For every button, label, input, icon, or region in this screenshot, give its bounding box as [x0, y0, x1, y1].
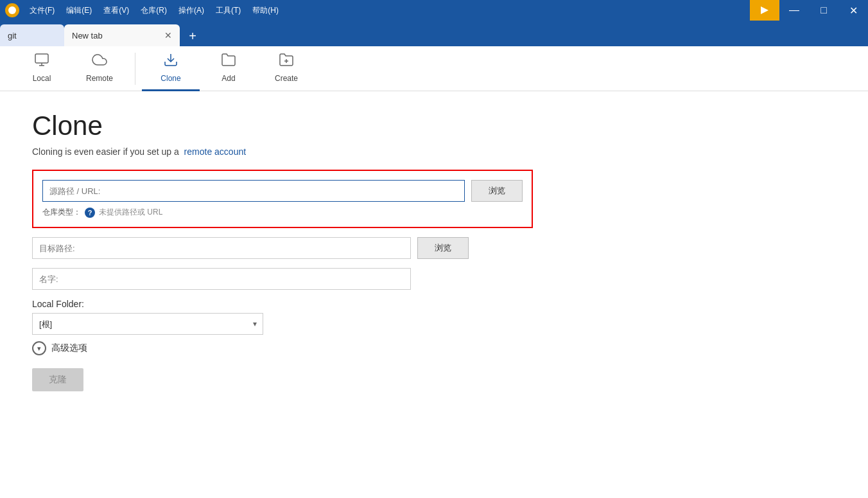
download-icon — [163, 52, 178, 71]
tab-close-icon[interactable]: ✕ — [164, 30, 172, 40]
target-path-row: 浏览 — [32, 237, 836, 259]
toolbar-local[interactable]: Local — [13, 46, 71, 91]
svg-marker-1 — [761, 6, 768, 14]
tab-git[interactable]: git — [0, 24, 64, 46]
tab-git-label: git — [8, 31, 17, 40]
restore-button[interactable]: □ — [809, 0, 838, 21]
monitor-icon — [34, 52, 49, 71]
subtitle-text: Cloning is even easier if you set up a — [32, 147, 179, 157]
toolbar-divider — [135, 53, 135, 85]
tabbar: git New tab ✕ + — [0, 21, 868, 46]
menu-view[interactable]: 查看(V) — [98, 3, 134, 19]
name-row — [32, 268, 836, 290]
source-browse-button[interactable]: 浏览 — [471, 180, 523, 202]
toolbar-create-label: Create — [275, 74, 298, 83]
toolbar-remote-label: Remote — [86, 74, 113, 83]
plus-icon: + — [189, 29, 196, 44]
toolbar-clone[interactable]: Clone — [142, 46, 200, 91]
toolbar-remote[interactable]: Remote — [71, 46, 128, 91]
svg-point-0 — [8, 6, 16, 14]
repo-status-text: 未提供路径或 URL — [99, 207, 162, 218]
advanced-label: 高级选项 — [51, 342, 87, 354]
info-icon: ? — [85, 208, 95, 218]
toolbar-add-label: Add — [221, 74, 235, 83]
app-logo — [5, 3, 19, 17]
menu-edit[interactable]: 编辑(E) — [61, 3, 97, 19]
source-url-input[interactable] — [42, 180, 465, 202]
toolbar-local-label: Local — [33, 74, 51, 83]
menu-repo[interactable]: 仓库(R) — [135, 3, 172, 19]
remote-account-link[interactable]: remote account — [184, 147, 247, 157]
titlebar: 文件(F) 编辑(E) 查看(V) 仓库(R) 操作(A) 工具(T) 帮助(H… — [0, 0, 868, 21]
local-folder-section: Local Folder: [根] ▾ — [32, 299, 836, 335]
page-title: Clone — [32, 111, 836, 141]
toolbar-clone-label: Clone — [161, 74, 180, 83]
menu-tools[interactable]: 工具(T) — [211, 3, 246, 19]
toolbar-create[interactable]: Create — [257, 46, 315, 91]
titlebar-controls: — □ ✕ — [750, 0, 868, 21]
menu-action[interactable]: 操作(A) — [173, 3, 209, 19]
local-folder-select[interactable]: [根] — [32, 313, 263, 335]
minimize-button[interactable]: — — [779, 0, 809, 21]
advanced-options-row: ▾ 高级选项 — [32, 341, 836, 355]
tab-new[interactable]: New tab ✕ — [64, 24, 180, 46]
tab-new-label: New tab — [72, 31, 103, 40]
close-button[interactable]: ✕ — [838, 0, 868, 21]
clone-subtitle: Cloning is even easier if you set up a r… — [32, 147, 836, 157]
clone-button[interactable]: 克隆 — [32, 368, 83, 391]
source-input-row: 浏览 — [42, 180, 523, 202]
toolbar-add[interactable]: Add — [200, 46, 257, 91]
source-url-section: 浏览 仓库类型： ? 未提供路径或 URL — [32, 170, 533, 228]
flag-button[interactable] — [750, 0, 779, 21]
cloud-icon — [92, 52, 107, 71]
svg-rect-2 — [35, 54, 48, 63]
menu-help[interactable]: 帮助(H) — [247, 3, 284, 19]
titlebar-left: 文件(F) 编辑(E) 查看(V) 仓库(R) 操作(A) 工具(T) 帮助(H… — [5, 3, 284, 19]
repo-type-label: 仓库类型： — [42, 207, 81, 218]
new-tab-button[interactable]: + — [182, 26, 203, 46]
target-path-input[interactable] — [32, 237, 411, 259]
folder-icon — [221, 52, 236, 71]
name-input[interactable] — [32, 268, 411, 290]
advanced-toggle-button[interactable]: ▾ — [32, 341, 46, 355]
main-content: Clone Cloning is even easier if you set … — [0, 91, 868, 498]
toolbar: Local Remote Clone Add Create — [0, 46, 868, 91]
local-folder-select-wrapper: [根] ▾ — [32, 313, 263, 335]
menu-file[interactable]: 文件(F) — [24, 3, 60, 19]
menu-bar: 文件(F) 编辑(E) 查看(V) 仓库(R) 操作(A) 工具(T) 帮助(H… — [24, 3, 284, 19]
target-browse-button[interactable]: 浏览 — [417, 237, 469, 259]
local-folder-label: Local Folder: — [32, 299, 836, 309]
repo-type-row: 仓库类型： ? 未提供路径或 URL — [42, 207, 523, 218]
create-plus-icon — [279, 52, 294, 71]
